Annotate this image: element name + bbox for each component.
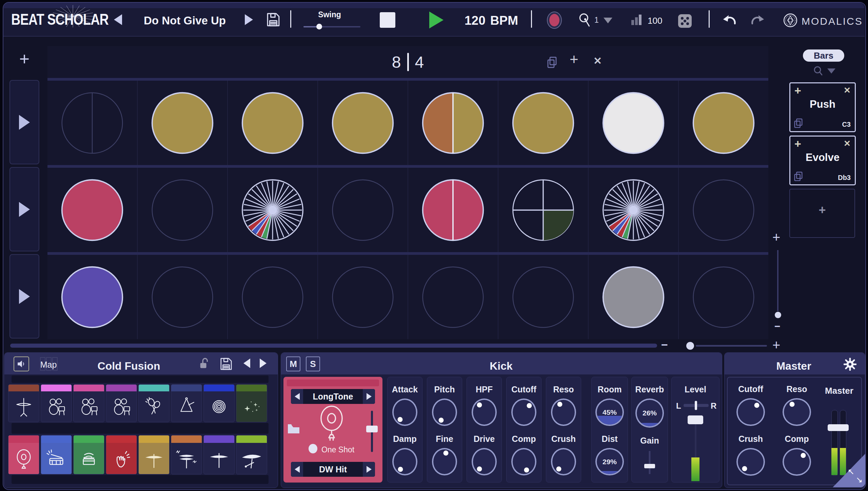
zoom-out-button[interactable]: − xyxy=(661,338,668,351)
beat-cell-r2c6[interactable] xyxy=(498,165,588,252)
pattern-card-empty[interactable]: + xyxy=(789,189,855,238)
add-pattern-slot[interactable]: + xyxy=(790,203,854,217)
crush-knob[interactable] xyxy=(736,448,765,476)
zoom-in-button[interactable]: + xyxy=(772,337,780,353)
swing-slider-handle[interactable] xyxy=(316,24,322,29)
fine-knob[interactable] xyxy=(432,448,457,475)
time-sig-denominator[interactable]: 4 xyxy=(415,53,424,71)
beat-cell-r3c4[interactable] xyxy=(317,252,408,339)
mute-button[interactable]: M xyxy=(286,356,300,371)
bars-zoom-icon[interactable] xyxy=(813,66,823,76)
add-pattern-icon[interactable]: + xyxy=(794,137,801,150)
pattern-name[interactable]: Push xyxy=(790,98,855,110)
beat-cell-r2c5[interactable] xyxy=(408,165,498,252)
beat-cell-r1c2[interactable] xyxy=(137,78,227,165)
hpf-knob[interactable] xyxy=(472,398,497,426)
beat-cell-r1c5[interactable] xyxy=(408,78,498,165)
time-signature[interactable]: 8 4 xyxy=(47,46,768,78)
instrument-pad-cymbal[interactable] xyxy=(138,435,170,474)
prev-song-button[interactable] xyxy=(114,14,122,25)
row-trigger-1[interactable] xyxy=(9,80,39,164)
duplicate-pattern-icon[interactable] xyxy=(794,118,803,128)
instrument-pad-hihat-stand[interactable] xyxy=(8,384,39,422)
instrument-pad-triangle[interactable] xyxy=(171,384,202,422)
beat-cell-r2c4[interactable] xyxy=(317,165,408,252)
record-button[interactable] xyxy=(548,12,561,28)
bars-toggle-button[interactable]: Bars xyxy=(803,49,844,62)
remove-bar-icon[interactable]: ✕ xyxy=(593,55,602,67)
beat-cell-r2c7[interactable] xyxy=(588,165,678,252)
quantize-magnifier-icon[interactable] xyxy=(578,13,591,27)
next-song-button[interactable] xyxy=(245,14,253,25)
beat-cell-r2c8[interactable] xyxy=(678,165,768,252)
instrument-pad-maracas[interactable] xyxy=(138,384,170,422)
save-kit-icon[interactable] xyxy=(220,357,233,371)
pitch-knob[interactable] xyxy=(432,398,457,426)
beat-cell-r3c3[interactable] xyxy=(227,252,317,339)
duplicate-bar-icon[interactable] xyxy=(547,56,557,68)
instrument-pad-drumkit[interactable] xyxy=(73,384,104,422)
room-knob[interactable]: 45% xyxy=(595,398,624,426)
volume-value[interactable]: 100 xyxy=(648,16,662,26)
redo-icon[interactable] xyxy=(750,13,766,27)
instrument-pad-clap[interactable] xyxy=(106,435,137,474)
save-icon[interactable] xyxy=(266,12,280,27)
sample-name[interactable]: LongTone xyxy=(303,392,363,402)
instrument-pad-snare-buzz[interactable] xyxy=(73,435,104,474)
reso-knob[interactable] xyxy=(783,398,811,426)
instrument-pad-crash[interactable] xyxy=(203,435,235,474)
beat-cell-r3c5[interactable] xyxy=(408,252,498,339)
settings-gear-icon[interactable] xyxy=(844,358,856,371)
pattern-card-push[interactable]: + ✕ Push C3 xyxy=(789,82,856,132)
vertical-zoom-handle[interactable] xyxy=(775,312,781,318)
zoom-slider-track[interactable] xyxy=(696,345,767,347)
beat-cell-r3c7[interactable] xyxy=(588,252,678,339)
cutoff-knob[interactable] xyxy=(511,398,536,426)
one-shot-radio[interactable] xyxy=(309,444,317,453)
beat-cell-r1c8[interactable] xyxy=(678,78,768,165)
instrument-pad-drumkit[interactable] xyxy=(106,384,137,422)
instrument-pad-hihat[interactable] xyxy=(171,435,202,474)
undo-icon[interactable] xyxy=(722,13,737,27)
instrument-pad-rings[interactable] xyxy=(203,384,235,422)
prev-kit-button[interactable] xyxy=(243,359,250,368)
drive-knob[interactable] xyxy=(472,448,497,475)
sample-volume-handle[interactable] xyxy=(366,426,378,432)
duplicate-pattern-icon[interactable] xyxy=(794,171,803,182)
beat-cell-r2c2[interactable] xyxy=(137,165,227,252)
kit-name[interactable]: Cold Fusion xyxy=(78,360,180,372)
lock-icon[interactable] xyxy=(199,357,209,370)
prev-sample-button[interactable] xyxy=(291,389,303,404)
prev-sample-button[interactable] xyxy=(291,462,303,477)
beat-cell-r1c4[interactable] xyxy=(317,78,408,165)
add-column-button[interactable]: + xyxy=(772,230,780,245)
delete-pattern-icon[interactable]: ✕ xyxy=(844,139,851,148)
beat-cell-r2c1[interactable] xyxy=(47,165,137,252)
beat-cell-r1c6[interactable] xyxy=(498,78,588,165)
row-trigger-2[interactable] xyxy=(9,167,39,251)
comp-knob[interactable] xyxy=(511,448,536,475)
quantize-dropdown-icon[interactable] xyxy=(604,18,612,23)
level-fader-handle[interactable] xyxy=(688,415,703,424)
damp-knob[interactable] xyxy=(392,448,417,475)
dist-knob[interactable]: 29% xyxy=(595,448,624,475)
pan-slider-handle[interactable] xyxy=(695,401,697,410)
instrument-pad-kick-drum[interactable] xyxy=(8,435,39,474)
instrument-pad-ride[interactable] xyxy=(236,435,267,474)
next-sample-button[interactable] xyxy=(363,462,375,477)
randomize-dice-icon[interactable] xyxy=(678,14,692,28)
bpm-value[interactable]: 120 xyxy=(465,14,486,28)
quantize-value[interactable]: 1 xyxy=(594,16,599,25)
bars-dropdown-icon[interactable] xyxy=(827,68,835,74)
add-row-button[interactable]: + xyxy=(16,49,33,69)
time-sig-numerator[interactable]: 8 xyxy=(392,53,401,71)
cutoff-knob[interactable] xyxy=(736,398,765,426)
next-sample-button[interactable] xyxy=(363,389,375,404)
vertical-zoom-out-button[interactable]: − xyxy=(774,321,781,332)
map-button[interactable]: Map xyxy=(35,357,62,371)
pattern-card-evolve[interactable]: + ✕ Evolve Db3 xyxy=(789,136,856,185)
beat-cell-r1c1[interactable] xyxy=(47,78,137,165)
instrument-pad-stars[interactable] xyxy=(236,384,267,422)
beat-cell-r2c3[interactable] xyxy=(227,165,317,252)
folder-icon[interactable] xyxy=(287,423,300,434)
